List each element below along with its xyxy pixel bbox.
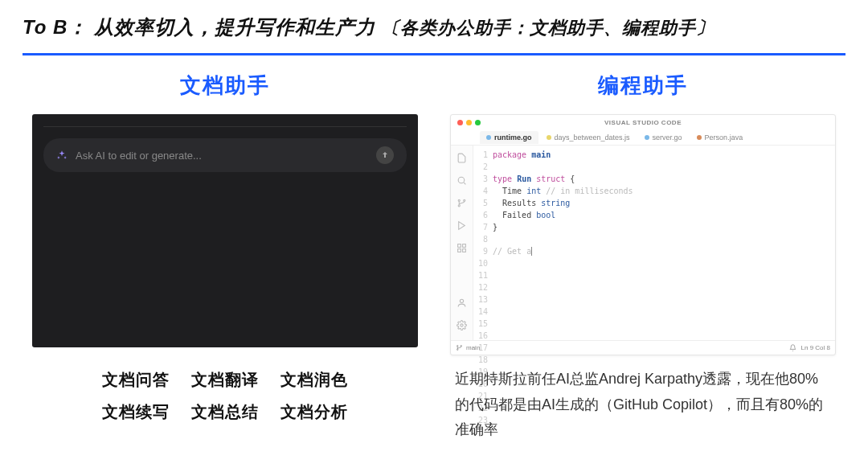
bell-icon[interactable] <box>789 344 796 351</box>
extensions-icon[interactable] <box>457 242 467 257</box>
file-type-icon <box>645 135 649 140</box>
line-gutter: 1234567891011121314151617181920212223 <box>473 149 493 340</box>
tag: 文档总结 <box>191 403 259 421</box>
vscode-editor[interactable]: 1234567891011121314151617181920212223 pa… <box>473 146 835 340</box>
code-content: package main type Run struct { Time int … <box>493 149 835 340</box>
svg-point-0 <box>458 177 465 183</box>
tag: 文档续写 <box>102 403 170 421</box>
title-main: 从效率切入，提升写作和生产力 <box>94 16 375 38</box>
gear-icon[interactable] <box>457 319 467 334</box>
branch-icon <box>456 344 463 351</box>
svg-rect-7 <box>463 249 466 252</box>
arrow-up-icon <box>380 150 390 160</box>
title-prefix: To B： <box>23 16 88 38</box>
branch-name: main <box>466 344 480 351</box>
tag: 文档润色 <box>280 371 348 388</box>
vscode-title: VISUAL STUDIO CODE <box>451 119 835 126</box>
doc-feature-tags: 文档问答 文档翻译 文档润色 文档续写 文档总结 文档分析 <box>94 363 355 428</box>
editor-tab[interactable]: server.go <box>638 131 689 144</box>
vscode-activity-bar <box>451 146 473 340</box>
vscode-window: VISUAL STUDIO CODE runtime.godays_betwee… <box>450 114 836 355</box>
send-button[interactable] <box>376 146 394 164</box>
vscode-statusbar: main Ln 9 Col 8 <box>451 340 835 355</box>
editor-tab[interactable]: Person.java <box>690 131 750 144</box>
file-type-icon <box>486 135 491 140</box>
svg-point-10 <box>457 346 459 347</box>
branch-icon[interactable] <box>457 197 467 211</box>
tab-label: server.go <box>653 133 682 142</box>
svg-point-3 <box>464 199 465 201</box>
tag: 文档翻译 <box>191 371 259 388</box>
svg-point-2 <box>458 205 460 207</box>
code-assistant-description: 近期特斯拉前任AI总监Andrej Karpathy透露，现在他80%的代码都是… <box>450 367 836 443</box>
tag: 文档分析 <box>280 403 348 421</box>
column-doc-assistant: 文档助手 Ask AI to edit or generate... 文档问答 … <box>32 72 418 443</box>
slide-header: To B： 从效率切入，提升写作和生产力 〔各类办公助手：文档助手、编程助手〕 <box>0 0 868 48</box>
svg-rect-5 <box>463 244 466 248</box>
vscode-tabs: runtime.godays_between_dates.jsserver.go… <box>451 129 835 146</box>
file-type-icon <box>547 135 551 140</box>
doc-tags-row-1: 文档问答 文档翻译 文档润色 <box>94 363 355 396</box>
svg-rect-4 <box>458 244 461 248</box>
column-code-assistant: 编程助手 VISUAL STUDIO CODE runtime.godays_b… <box>450 72 836 443</box>
editor-tab[interactable]: runtime.go <box>480 131 538 144</box>
account-icon[interactable] <box>457 297 467 311</box>
vscode-titlebar: VISUAL STUDIO CODE <box>451 115 835 129</box>
title-sub: 〔各类办公助手：文档助手、编程助手〕 <box>382 18 714 38</box>
files-icon[interactable] <box>457 152 467 166</box>
search-icon[interactable] <box>457 174 467 189</box>
svg-point-1 <box>458 199 460 201</box>
tab-label: Person.java <box>705 133 743 142</box>
file-type-icon <box>697 135 702 140</box>
ai-prompt-row[interactable]: Ask AI to edit or generate... <box>43 138 407 172</box>
ai-prompt-placeholder: Ask AI to edit or generate... <box>76 150 368 162</box>
doc-assistant-title: 文档助手 <box>180 72 270 100</box>
tag: 文档问答 <box>102 371 170 388</box>
doc-editor-panel: Ask AI to edit or generate... <box>32 114 418 347</box>
doc-editor-topbar <box>43 122 407 127</box>
tab-label: days_between_dates.js <box>555 133 630 142</box>
slide-title: To B： 从效率切入，提升写作和生产力 〔各类办公助手：文档助手、编程助手〕 <box>23 14 845 40</box>
svg-point-11 <box>457 349 459 351</box>
cursor-position: Ln 9 Col 8 <box>801 344 830 351</box>
debug-icon[interactable] <box>457 220 467 234</box>
doc-tags-row-2: 文档续写 文档总结 文档分析 <box>94 396 355 428</box>
svg-point-8 <box>460 299 463 302</box>
svg-rect-6 <box>458 249 461 252</box>
tab-label: runtime.go <box>494 133 532 142</box>
sparkle-icon <box>56 150 68 161</box>
svg-point-12 <box>461 346 462 347</box>
editor-tab[interactable]: days_between_dates.js <box>540 131 637 144</box>
code-assistant-title: 编程助手 <box>598 72 688 100</box>
svg-point-9 <box>461 324 463 326</box>
status-branch[interactable]: main <box>456 344 480 351</box>
